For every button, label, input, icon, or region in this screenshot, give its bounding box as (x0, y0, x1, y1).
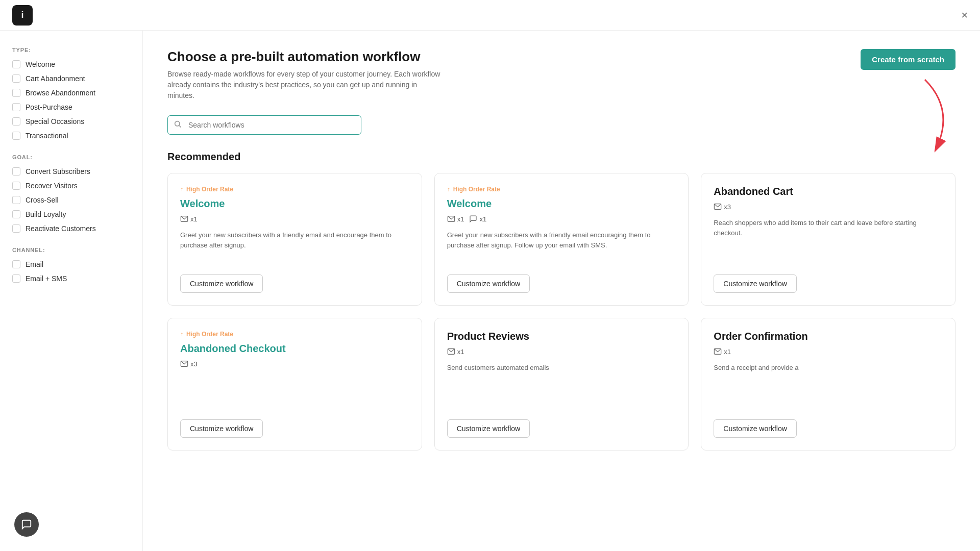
card-icons-welcome-1: x1 (180, 215, 409, 223)
card-icons-welcome-2: x1 x1 (447, 215, 676, 223)
card-footer-abandoned-cart: Customize workflow (714, 274, 943, 293)
checkbox-email[interactable] (12, 260, 20, 268)
email-count-4: x3 (190, 360, 198, 368)
filter-email-sms[interactable]: Email + SMS (12, 274, 130, 283)
app-logo: i (12, 5, 33, 26)
title-area: Choose a pre-built automation workflow B… (167, 49, 443, 101)
card-badge-welcome-2: ↑ High Order Rate (447, 186, 676, 193)
checkbox-build-loyalty[interactable] (12, 210, 20, 218)
badge-text-welcome-1: High Order Rate (186, 186, 233, 193)
search-bar (167, 115, 955, 135)
high-order-rate-icon-4: ↑ (180, 331, 183, 338)
channel-filter-section: CHANNEL: Email Email + SMS (12, 247, 130, 283)
customize-button-abandoned-cart[interactable]: Customize workflow (714, 274, 796, 293)
filter-cross-sell[interactable]: Cross-Sell (12, 196, 130, 204)
email-icon-badge-2: x1 (447, 215, 464, 223)
card-icons-abandoned-checkout: x3 (180, 360, 409, 368)
page-title: Choose a pre-built automation workflow (167, 49, 443, 65)
email-count-6: x1 (724, 348, 731, 356)
card-title-abandoned-cart: Abandoned Cart (714, 186, 943, 197)
label-browse-abandonment: Browse Abandonment (26, 89, 95, 97)
chat-icon (21, 519, 32, 530)
card-footer-order-confirmation: Customize workflow (714, 419, 943, 438)
checkbox-welcome[interactable] (12, 60, 20, 68)
goal-filter-section: GOAL: Convert Subscribers Recover Visito… (12, 154, 130, 233)
email-icon-badge-3: x3 (714, 203, 731, 211)
label-cross-sell: Cross-Sell (26, 196, 59, 204)
create-from-scratch-button[interactable]: Create from scratch (861, 49, 955, 70)
card-footer-product-reviews: Customize workflow (447, 419, 676, 438)
chat-button[interactable] (14, 512, 39, 537)
customize-button-abandoned-checkout[interactable]: Customize workflow (180, 419, 263, 438)
checkbox-post-purchase[interactable] (12, 103, 20, 111)
recommended-label: Recommended (167, 151, 955, 163)
label-welcome: Welcome (26, 60, 55, 68)
search-icon (174, 120, 182, 130)
label-transactional: Transactional (26, 132, 68, 140)
close-button[interactable]: × (961, 10, 968, 21)
filter-special-occasions[interactable]: Special Occasions (12, 117, 130, 126)
checkbox-cart-abandonment[interactable] (12, 74, 20, 83)
customize-button-product-reviews[interactable]: Customize workflow (447, 419, 530, 438)
high-order-rate-icon-2: ↑ (447, 186, 450, 193)
filter-build-loyalty[interactable]: Build Loyalty (12, 210, 130, 218)
label-build-loyalty: Build Loyalty (26, 210, 66, 218)
card-desc-order-confirmation: Send a receipt and provide a (714, 363, 943, 409)
filter-welcome[interactable]: Welcome (12, 60, 130, 68)
checkbox-cross-sell[interactable] (12, 196, 20, 204)
filter-post-purchase[interactable]: Post-Purchase (12, 103, 130, 111)
email-icon-badge-6: x1 (714, 347, 731, 356)
filter-email[interactable]: Email (12, 260, 130, 268)
type-filter-label: TYPE: (12, 47, 130, 53)
card-icons-abandoned-cart: x3 (714, 203, 943, 211)
filter-browse-abandonment[interactable]: Browse Abandonment (12, 89, 130, 97)
cards-grid: ↑ High Order Rate Welcome x1 Greet your … (167, 173, 955, 450)
card-abandoned-checkout: ↑ High Order Rate Abandoned Checkout x3 … (167, 318, 422, 450)
filter-transactional[interactable]: Transactional (12, 132, 130, 140)
checkbox-convert-subscribers[interactable] (12, 167, 20, 176)
card-title-welcome-2: Welcome (447, 198, 676, 210)
filter-reactivate-customers[interactable]: Reactivate Customers (12, 224, 130, 233)
card-footer-abandoned-checkout: Customize workflow (180, 419, 409, 438)
email-count-3: x3 (724, 203, 731, 211)
label-special-occasions: Special Occasions (26, 117, 84, 126)
card-title-order-confirmation: Order Confirmation (714, 331, 943, 342)
sidebar: TYPE: Welcome Cart Abandonment Browse Ab… (0, 31, 143, 551)
filter-recover-visitors[interactable]: Recover Visitors (12, 182, 130, 190)
email-icon-badge-4: x3 (180, 360, 198, 368)
label-cart-abandonment: Cart Abandonment (26, 74, 85, 83)
label-email: Email (26, 260, 43, 268)
checkbox-recover-visitors[interactable] (12, 182, 20, 190)
search-input[interactable] (167, 115, 361, 135)
main-header: Choose a pre-built automation workflow B… (167, 49, 955, 101)
svg-line-2 (179, 126, 181, 128)
checkbox-reactivate-customers[interactable] (12, 224, 20, 233)
channel-filter-label: CHANNEL: (12, 247, 130, 253)
label-convert-subscribers: Convert Subscribers (26, 167, 90, 176)
filter-cart-abandonment[interactable]: Cart Abandonment (12, 74, 130, 83)
card-footer-welcome-2: Customize workflow (447, 274, 676, 293)
customize-button-welcome-1[interactable]: Customize workflow (180, 274, 263, 293)
label-reactivate-customers: Reactivate Customers (26, 224, 96, 233)
card-title-abandoned-checkout: Abandoned Checkout (180, 343, 409, 355)
label-post-purchase: Post-Purchase (26, 103, 72, 111)
card-icons-product-reviews: x1 (447, 347, 676, 356)
page-description: Browse ready-made workflows for every st… (167, 69, 443, 101)
card-footer-welcome-1: Customize workflow (180, 274, 409, 293)
label-recover-visitors: Recover Visitors (26, 182, 78, 190)
card-desc-abandoned-cart: Reach shoppers who add items to their ca… (714, 218, 943, 264)
checkbox-transactional[interactable] (12, 132, 20, 140)
checkbox-browse-abandonment[interactable] (12, 89, 20, 97)
card-order-confirmation: Order Confirmation x1 Send a receipt and… (701, 318, 955, 450)
card-desc-product-reviews: Send customers automated emails (447, 363, 676, 409)
card-badge-welcome-1: ↑ High Order Rate (180, 186, 409, 193)
customize-button-order-confirmation[interactable]: Customize workflow (714, 419, 796, 438)
card-abandoned-cart: Abandoned Cart x3 Reach shoppers who add… (701, 173, 955, 306)
high-order-rate-icon: ↑ (180, 186, 183, 193)
checkbox-email-sms[interactable] (12, 274, 20, 283)
filter-convert-subscribers[interactable]: Convert Subscribers (12, 167, 130, 176)
customize-button-welcome-2[interactable]: Customize workflow (447, 274, 530, 293)
checkbox-special-occasions[interactable] (12, 117, 20, 126)
email-icon-badge: x1 (180, 215, 198, 223)
card-badge-abandoned-checkout: ↑ High Order Rate (180, 331, 409, 338)
